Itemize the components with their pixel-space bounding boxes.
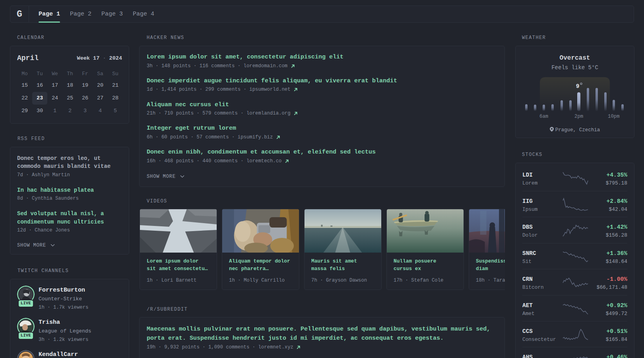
svg-text:9: 9 — [576, 83, 580, 90]
